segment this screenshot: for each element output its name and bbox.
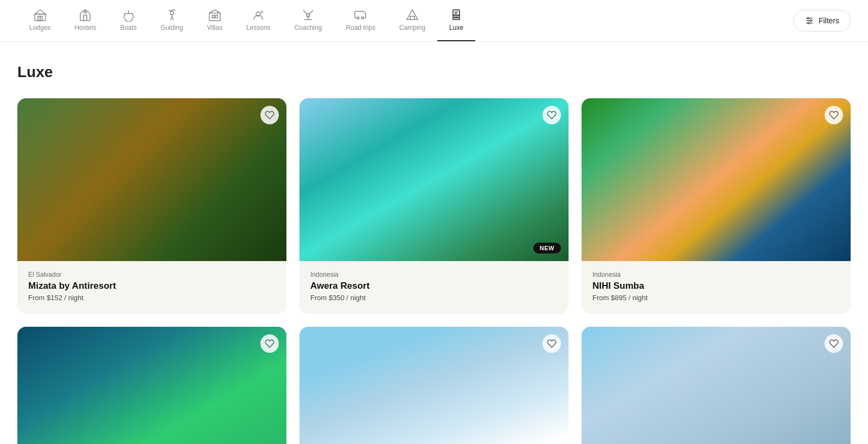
boats-icon bbox=[122, 9, 135, 22]
listing-card[interactable] bbox=[582, 327, 851, 444]
card-image-wrap bbox=[17, 327, 286, 444]
guiding-icon bbox=[165, 9, 178, 22]
nav-item-camping[interactable]: Camping bbox=[387, 0, 437, 41]
new-badge: NEW bbox=[533, 243, 561, 253]
svg-point-15 bbox=[457, 17, 458, 18]
card-image bbox=[299, 327, 569, 444]
card-price: From $895 / night bbox=[592, 294, 840, 302]
card-image-wrap bbox=[582, 327, 851, 444]
card-image-wrap bbox=[299, 327, 569, 444]
luxe-icon bbox=[450, 9, 463, 22]
favorite-button[interactable] bbox=[260, 106, 279, 124]
card-country: Indonesia bbox=[592, 271, 840, 278]
listing-card[interactable] bbox=[299, 327, 569, 444]
svg-point-20 bbox=[810, 20, 812, 22]
page-content: Luxe El Salvador Mizata by Antiresort Fr… bbox=[0, 42, 868, 444]
nav-item-label: Villas bbox=[207, 24, 222, 31]
favorite-button[interactable] bbox=[542, 106, 561, 124]
filters-button[interactable]: Filters bbox=[793, 10, 851, 31]
nav-item-hostels[interactable]: Hostels bbox=[62, 0, 108, 41]
card-image-wrap: NEW bbox=[299, 98, 569, 261]
nav-item-label: Camping bbox=[399, 24, 425, 31]
cards-grid: El Salvador Mizata by Antiresort From $1… bbox=[17, 98, 851, 444]
card-image-wrap bbox=[582, 98, 851, 261]
favorite-button[interactable] bbox=[825, 106, 843, 124]
nav-item-label: Coaching bbox=[295, 24, 322, 31]
nav-item-label: Luxe bbox=[449, 24, 463, 31]
top-navigation: Lodges Hostels Boats Guiding Villas Less… bbox=[0, 0, 868, 42]
card-name: NIHI Sumba bbox=[592, 281, 840, 291]
card-image bbox=[582, 327, 851, 444]
heart-icon bbox=[829, 339, 839, 348]
road-trips-icon bbox=[354, 9, 367, 22]
card-country: Indonesia bbox=[310, 271, 558, 278]
card-image bbox=[17, 327, 286, 444]
svg-rect-12 bbox=[453, 10, 459, 15]
card-image bbox=[299, 98, 569, 261]
listing-card[interactable] bbox=[17, 327, 286, 444]
favorite-button[interactable] bbox=[260, 334, 279, 353]
card-image bbox=[582, 98, 851, 261]
card-name: Awera Resort bbox=[310, 281, 558, 291]
nav-item-luxe[interactable]: Luxe bbox=[437, 0, 475, 41]
nav-item-label: Guiding bbox=[161, 24, 183, 31]
svg-point-14 bbox=[456, 17, 457, 18]
nav-item-label: Boats bbox=[120, 24, 137, 31]
listing-card[interactable]: NEW Indonesia Awera Resort From $350 / n… bbox=[299, 98, 569, 314]
camping-icon bbox=[406, 9, 419, 22]
heart-icon bbox=[547, 339, 557, 348]
nav-item-label: Road trips bbox=[346, 24, 375, 31]
svg-point-10 bbox=[357, 17, 359, 19]
card-info: El Salvador Mizata by Antiresort From $1… bbox=[17, 261, 286, 314]
heart-icon bbox=[265, 339, 275, 348]
listing-card[interactable]: Indonesia NIHI Sumba From $895 / night bbox=[582, 98, 851, 314]
lessons-icon bbox=[252, 9, 265, 22]
svg-point-13 bbox=[454, 17, 455, 18]
svg-point-21 bbox=[808, 22, 809, 24]
nav-item-boats[interactable]: Boats bbox=[108, 0, 149, 41]
nav-item-coaching[interactable]: Coaching bbox=[283, 0, 334, 41]
card-price: From $350 / night bbox=[310, 294, 558, 302]
nav-items-list: Lodges Hostels Boats Guiding Villas Less… bbox=[17, 0, 475, 41]
svg-point-19 bbox=[807, 17, 809, 19]
heart-icon bbox=[829, 110, 839, 120]
nav-item-guiding[interactable]: Guiding bbox=[149, 0, 195, 41]
nav-item-road-trips[interactable]: Road trips bbox=[334, 0, 387, 41]
card-name: Mizata by Antiresort bbox=[28, 281, 276, 291]
sliders-icon bbox=[805, 16, 814, 26]
coaching-icon bbox=[302, 9, 315, 22]
nav-item-label: Hostels bbox=[74, 24, 96, 31]
card-info: Indonesia Awera Resort From $350 / night bbox=[299, 261, 569, 314]
card-image-wrap bbox=[17, 98, 286, 261]
svg-point-3 bbox=[84, 11, 86, 13]
svg-rect-5 bbox=[209, 13, 220, 21]
svg-rect-6 bbox=[212, 15, 214, 18]
hostels-icon bbox=[79, 9, 92, 22]
heart-icon bbox=[265, 110, 275, 120]
nav-item-label: Lessons bbox=[246, 24, 271, 31]
svg-point-11 bbox=[361, 17, 363, 19]
card-image bbox=[17, 98, 286, 261]
svg-rect-2 bbox=[40, 16, 42, 21]
filters-label: Filters bbox=[819, 16, 839, 25]
heart-icon bbox=[547, 110, 557, 120]
nav-item-lodges[interactable]: Lodges bbox=[17, 0, 62, 41]
page-title: Luxe bbox=[17, 64, 851, 81]
svg-point-4 bbox=[170, 11, 174, 15]
card-price: From $152 / night bbox=[28, 294, 276, 302]
nav-item-lessons[interactable]: Lessons bbox=[234, 0, 283, 41]
lodges-icon bbox=[34, 9, 47, 22]
favorite-button[interactable] bbox=[825, 334, 843, 353]
card-country: El Salvador bbox=[28, 271, 276, 278]
nav-item-label: Lodges bbox=[29, 24, 50, 31]
listing-card[interactable]: El Salvador Mizata by Antiresort From $1… bbox=[17, 98, 286, 314]
card-info: Indonesia NIHI Sumba From $895 / night bbox=[582, 261, 851, 314]
nav-item-villas[interactable]: Villas bbox=[195, 0, 234, 41]
favorite-button[interactable] bbox=[542, 334, 561, 353]
svg-rect-7 bbox=[215, 15, 218, 18]
villas-icon bbox=[208, 9, 221, 22]
